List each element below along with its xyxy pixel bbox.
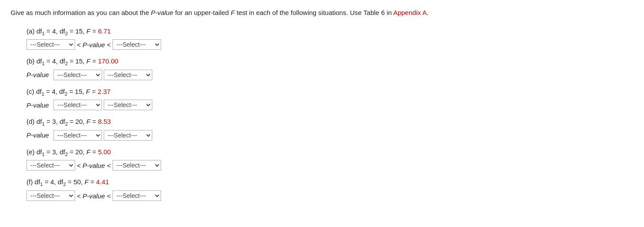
select-1-c[interactable]: ---Select---< .001< .01< .025< .05< .10>…: [53, 100, 102, 110]
problem-label-c: (c) df1 = 4, df2 = 15, F = 2.37: [26, 86, 633, 98]
select-1-b[interactable]: ---Select---< .001< .01< .025< .05< .10>…: [53, 70, 102, 80]
problem-df1-label-d: df1 = 3, df2 = 20, F =: [37, 118, 98, 125]
select-2-f[interactable]: ---Select---< .001< .01< .025< .05< .10>…: [113, 190, 161, 201]
problem-label-e: (e) df1 = 3, df2 = 20, F = 5.00: [26, 147, 633, 159]
problem-row-d: P-value---Select---< .001< .01< .025< .0…: [26, 130, 633, 141]
select-1-a[interactable]: ---Select---< .001< .01< .025< .05< .10>…: [26, 39, 75, 50]
appendix-link[interactable]: Appendix A: [393, 9, 427, 16]
problem-F-val-d: 8.53: [98, 118, 111, 125]
problem-df1-label-f: df1 = 4, df2 = 50, F =: [34, 178, 96, 186]
pvalue-label-c: P-value: [26, 101, 49, 109]
less-than-label-1-a: < P-value <: [77, 41, 111, 48]
problem-block-e: (e) df1 = 3, df2 = 20, F = 5.00 ---Selec…: [26, 147, 633, 171]
less-than-label-1-f: < P-value <: [77, 192, 111, 200]
problem-block-b: (b) df1 = 4, df2 = 15, F = 170.00 P-valu…: [26, 56, 633, 80]
select-2-c[interactable]: ---Select---< .001< .01< .025< .05< .10>…: [104, 100, 152, 110]
problem-F-val-c: 2.37: [98, 88, 110, 95]
select-1-f[interactable]: ---Select---< .001< .01< .025< .05< .10>…: [26, 190, 75, 201]
select-2-e[interactable]: ---Select---< .001< .01< .025< .05< .10>…: [113, 160, 161, 171]
problem-df1-label-b: df1 = 4, df2 = 15, F =: [37, 57, 98, 65]
problem-F-val-f: 4.41: [96, 178, 109, 186]
problem-label-a: (a) df1 = 4, df2 = 15, F = 6.71: [26, 26, 633, 38]
problem-row-f: ---Select---< .001< .01< .025< .05< .10>…: [26, 190, 633, 201]
intro-paragraph: Give as much information as you can abou…: [11, 8, 633, 18]
problem-F-val-e: 5.00: [98, 148, 111, 156]
problem-block-f: (f) df1 = 4, df2 = 50, F = 4.41 ---Selec…: [26, 177, 633, 201]
problem-row-b: P-value---Select---< .001< .01< .025< .0…: [26, 70, 633, 80]
problem-id-e: (e): [26, 148, 34, 156]
problem-df1-label-a: df1 = 4, df2 = 15, F =: [37, 27, 98, 35]
select-2-d[interactable]: ---Select---< .001< .01< .025< .05< .10>…: [104, 130, 152, 141]
problem-F-val-b: 170.00: [98, 57, 118, 65]
pvalue-label-d: P-value: [26, 131, 49, 139]
select-1-d[interactable]: ---Select---< .001< .01< .025< .05< .10>…: [53, 130, 102, 141]
select-2-a[interactable]: ---Select---< .001< .01< .025< .05< .10>…: [113, 39, 161, 50]
problem-label-b: (b) df1 = 4, df2 = 15, F = 170.00: [26, 56, 633, 68]
problem-id-d: (d): [26, 118, 34, 125]
pvalue-label-b: P-value: [26, 71, 49, 78]
select-1-e[interactable]: ---Select---< .001< .01< .025< .05< .10>…: [26, 160, 75, 171]
problem-id-f: (f): [26, 178, 33, 186]
problem-df1-label-c: df1 = 4, df2 = 15, F =: [36, 88, 98, 95]
problem-row-c: P-value---Select---< .001< .01< .025< .0…: [26, 100, 633, 110]
pvalue-italic: P-value: [151, 9, 173, 16]
problem-block-a: (a) df1 = 4, df2 = 15, F = 6.71 ---Selec…: [26, 26, 633, 50]
problem-block-d: (d) df1 = 3, df2 = 20, F = 8.53 P-value-…: [26, 116, 633, 141]
problem-row-a: ---Select---< .001< .01< .025< .05< .10>…: [26, 39, 633, 50]
problem-id-a: (a): [26, 27, 34, 35]
problem-label-f: (f) df1 = 4, df2 = 50, F = 4.41: [26, 177, 633, 189]
problem-df1-label-e: df1 = 3, df2 = 20, F =: [37, 148, 98, 156]
problem-label-d: (d) df1 = 3, df2 = 20, F = 8.53: [26, 116, 633, 128]
problems-container: (a) df1 = 4, df2 = 15, F = 6.71 ---Selec…: [11, 26, 633, 201]
problem-row-e: ---Select---< .001< .01< .025< .05< .10>…: [26, 160, 633, 171]
select-2-b[interactable]: ---Select---< .001< .01< .025< .05< .10>…: [104, 70, 152, 80]
problem-id-b: (b): [26, 57, 34, 65]
problem-id-c: (c): [26, 88, 34, 95]
F-italic: F: [231, 9, 235, 16]
problem-block-c: (c) df1 = 4, df2 = 15, F = 2.37 P-value-…: [26, 86, 633, 111]
problem-F-val-a: 6.71: [98, 27, 111, 35]
less-than-label-1-e: < P-value <: [77, 162, 111, 169]
